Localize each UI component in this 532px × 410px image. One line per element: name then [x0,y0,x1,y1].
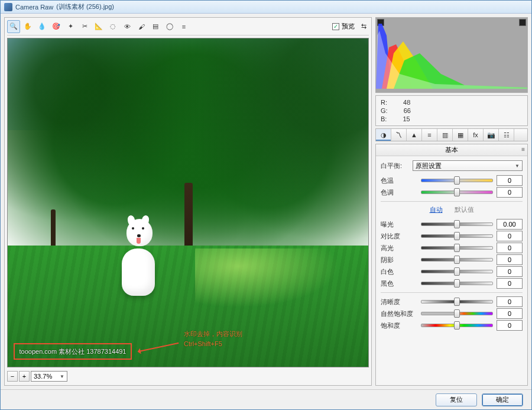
basic-panel: 基本 ≡ 白平衡: 原照设置 ▼ 色温 0 [375,144,528,386]
tint-row: 色调 0 [381,187,523,198]
fx-tab[interactable]: fx [468,129,484,141]
dog-subject [112,219,166,296]
panel-menu-icon[interactable]: ≡ [521,146,525,153]
histogram-graph [376,18,527,89]
highlights-row: 高光 0 [381,243,523,253]
photo-placeholder: tooopen.com 素材公社 13787314491 水印去掉，内容识别 C… [8,38,368,367]
radial-filter-tool[interactable]: ◯ [163,20,176,33]
app-title: Camera Raw [15,4,53,11]
histogram[interactable] [375,17,528,93]
camera-tab[interactable]: 📷 [484,129,499,141]
tint-input[interactable]: 0 [497,187,523,198]
chevron-down-icon: ▼ [515,163,520,169]
ok-button[interactable]: 确定 [482,393,523,406]
auto-link[interactable]: 自动 [430,205,443,214]
clarity-slider[interactable] [421,297,493,306]
red-eye-tool[interactable]: 👁 [121,20,134,33]
hand-tool[interactable]: ✋ [21,20,34,33]
zoom-select[interactable]: 33.7% ▼ [31,371,67,382]
split-tab[interactable]: ▥ [437,129,453,141]
whites-input[interactable]: 0 [497,266,523,277]
content: 🔍✋💧🎯✦✂📐◌👁🖌▤◯≡ ✓ 预览 ⇆ [1,14,531,389]
whites-row: 白色 0 [381,266,523,277]
adjustment-brush-tool[interactable]: 🖌 [135,20,148,33]
preview-checkbox[interactable]: ✓ 预览 [332,22,355,31]
white-balance-tool[interactable]: 💧 [35,20,48,33]
exposure-row: 曝光 0.00 [381,219,523,230]
white-balance-label: 白平衡: [381,162,409,170]
zoom-value: 33.7% [34,373,52,380]
panel-body: 白平衡: 原照设置 ▼ 色温 0 色调 0 [376,156,527,334]
panel-title: 基本 [445,146,458,154]
white-balance-select[interactable]: 原照设置 ▼ [413,160,523,171]
reset-button[interactable]: 复位 [436,393,477,406]
panel-tabs: ◑〽▲≡▥▦fx📷☷ [375,128,528,141]
rgb-readout: R: 48 G: 66 B: 15 [375,95,528,126]
color-sampler-tool[interactable]: 🎯 [50,20,63,33]
shadows-input[interactable]: 0 [497,254,523,265]
chevron-down-icon: ▼ [60,374,64,379]
vibrance-input[interactable]: 0 [497,308,523,319]
tint-label: 色调 [381,188,417,197]
camera-raw-window: Camera Raw (训练素材 (256).jpg) 🔍✋💧🎯✦✂📐◌👁🖌▤◯… [0,0,532,410]
blacks-slider[interactable] [421,279,493,288]
toggle-panels-button[interactable]: ⇆ [358,20,369,33]
blacks-row: 黑色 0 [381,278,523,289]
clarity-row: 清晰度 0 [381,296,523,307]
exposure-slider[interactable] [421,219,493,229]
panel-title-bar: 基本 ≡ [376,144,527,156]
right-pane: ▴ R: 48 G: 66 B: 15 ◑〽▲≡▥▦fx📷☷ [375,17,528,386]
graduated-filter-tool[interactable]: ▤ [149,20,162,33]
watermark-box: tooopen.com 素材公社 13787314491 [14,343,132,360]
straighten-tool[interactable]: 📐 [92,20,105,33]
blacks-label: 黑色 [381,279,417,288]
whites-slider[interactable] [421,267,493,276]
contrast-label: 对比度 [381,232,417,241]
temperature-label: 色温 [381,176,417,185]
basic-tab[interactable]: ◑ [376,129,391,141]
prefs-tool[interactable]: ≡ [177,20,190,33]
whites-label: 白色 [381,267,417,276]
blacks-input[interactable]: 0 [497,278,523,289]
curve-tab[interactable]: 〽 [391,129,407,141]
exposure-input[interactable]: 0.00 [497,219,523,230]
temperature-slider[interactable] [421,176,493,185]
default-link[interactable]: 默认值 [455,205,474,214]
zoom-in-button[interactable]: + [19,371,30,382]
shadows-row: 阴影 0 [381,254,523,265]
clarity-input[interactable]: 0 [497,296,523,307]
target-adjustment-tool[interactable]: ✦ [64,20,77,33]
detail-tab[interactable]: ▲ [407,129,422,141]
tint-slider[interactable] [421,188,493,197]
lens-tab[interactable]: ▦ [453,129,468,141]
vibrance-slider[interactable] [421,309,493,318]
vibrance-label: 自然饱和度 [381,309,417,318]
zoom-out-button[interactable]: − [7,371,18,382]
shadows-slider[interactable] [421,255,493,264]
saturation-input[interactable]: 0 [497,320,523,331]
app-icon [4,3,12,11]
contrast-slider[interactable] [421,231,493,241]
clarity-label: 清晰度 [381,298,417,306]
image-canvas[interactable]: tooopen.com 素材公社 13787314491 水印去掉，内容识别 C… [7,38,369,367]
footer: 复位 确定 [1,389,531,409]
crop-tool[interactable]: ✂ [78,20,91,33]
titlebar: Camera Raw (训练素材 (256).jpg) [1,1,531,14]
vibrance-row: 自然饱和度 0 [381,308,523,319]
saturation-slider[interactable] [421,321,493,330]
zoom-bar: − + 33.7% ▼ [7,370,369,383]
preview-label: 预览 [342,22,355,31]
presets-tab[interactable]: ☷ [499,129,514,141]
spot-removal-tool[interactable]: ◌ [106,20,119,33]
file-name: (训练素材 (256).jpg) [56,2,114,11]
saturation-label: 饱和度 [381,321,417,330]
highlights-input[interactable]: 0 [497,243,523,253]
checkbox-icon: ✓ [332,23,339,30]
exposure-label: 曝光 [381,220,417,229]
contrast-input[interactable]: 0 [497,231,523,241]
temperature-input[interactable]: 0 [497,175,523,186]
zoom-tool[interactable]: 🔍 [7,20,20,33]
highlights-label: 高光 [381,244,417,253]
highlights-slider[interactable] [421,243,493,253]
hsl-tab[interactable]: ≡ [422,129,437,141]
